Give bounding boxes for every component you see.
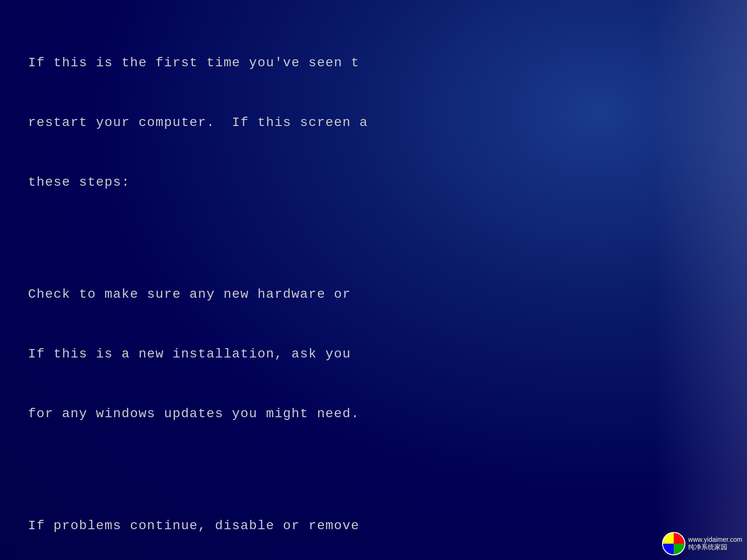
bsod-screen: If this is the first time you've seen t … bbox=[0, 0, 747, 560]
watermark-sitename: 纯净系统家园 bbox=[688, 543, 742, 552]
bsod-content: If this is the first time you've seen t … bbox=[28, 14, 719, 560]
bsod-line-7: If problems continue, disable or remove bbox=[28, 516, 719, 536]
watermark-url: www.yidaimer.com bbox=[688, 536, 742, 543]
bsod-line-1: If this is the first time you've seen t bbox=[28, 53, 719, 73]
watermark-logo-icon bbox=[662, 532, 685, 555]
bsod-line-6: for any windows updates you might need. bbox=[28, 404, 719, 424]
bsod-line-5: If this is a new installation, ask you bbox=[28, 344, 719, 364]
bsod-line-3: these steps: bbox=[28, 173, 719, 192]
watermark: www.yidaimer.com 纯净系统家园 bbox=[662, 532, 742, 555]
bsod-blank-1 bbox=[28, 232, 719, 245]
bsod-blank-2 bbox=[28, 464, 719, 477]
watermark-text: www.yidaimer.com 纯净系统家园 bbox=[688, 536, 742, 552]
bsod-text-block: If this is the first time you've seen t … bbox=[14, 9, 733, 560]
bsod-line-2: restart your computer. If this screen a bbox=[28, 113, 719, 133]
bsod-line-4: Check to make sure any new hardware or bbox=[28, 285, 719, 304]
